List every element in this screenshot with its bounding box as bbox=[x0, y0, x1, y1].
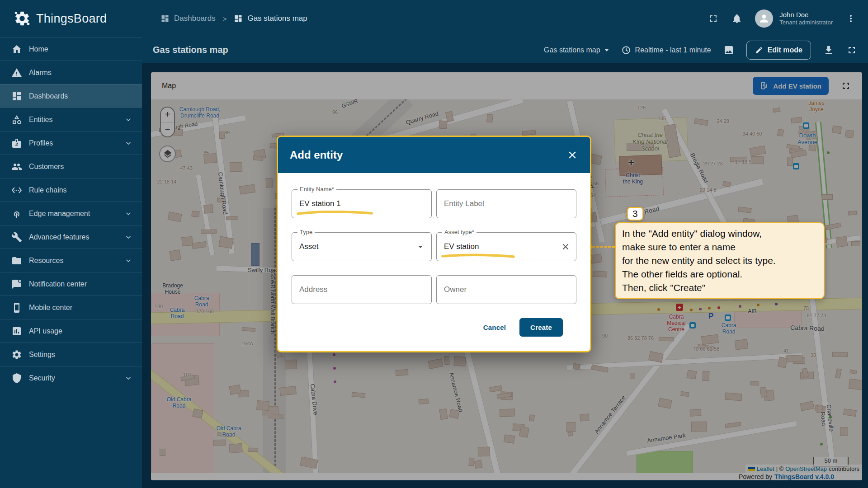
sidebar-item-label: Home bbox=[29, 45, 48, 53]
more-menu-icon[interactable] bbox=[845, 13, 856, 24]
app-name: ThingsBoard bbox=[36, 12, 107, 26]
create-button[interactable]: Create bbox=[519, 318, 563, 337]
customers-icon bbox=[11, 161, 22, 172]
sidebar-item-alarms[interactable]: Alarms bbox=[0, 61, 142, 84]
sidebar-item-profiles[interactable]: Profiles bbox=[0, 131, 142, 155]
timewindow-button[interactable]: Realtime - last 1 minute bbox=[621, 45, 711, 55]
sidebar-item-security[interactable]: Security bbox=[0, 366, 142, 389]
highlight-underline bbox=[440, 253, 517, 258]
notifications-bell-icon[interactable] bbox=[731, 13, 742, 24]
annotation-text-line: Then, click "Create" bbox=[622, 281, 817, 295]
asset-type-label: Asset type* bbox=[442, 229, 476, 235]
dashboards-icon bbox=[234, 14, 243, 23]
download-icon[interactable] bbox=[823, 45, 834, 56]
security-icon bbox=[11, 373, 22, 384]
type-label: Type bbox=[297, 229, 315, 235]
sidebar-item-mobile-center[interactable]: Mobile center bbox=[0, 296, 142, 319]
annotation-connector-line bbox=[592, 246, 615, 248]
clock-icon bbox=[621, 45, 631, 55]
edit-mode-button[interactable]: Edit mode bbox=[746, 41, 811, 60]
cancel-button[interactable]: Cancel bbox=[483, 324, 506, 331]
dialog-header: Add entity bbox=[278, 137, 590, 173]
mobile-icon bbox=[11, 302, 22, 313]
entity-name-value: EV station 1 bbox=[299, 199, 341, 208]
breadcrumb-item-0[interactable]: Dashboards bbox=[160, 14, 216, 23]
dashboards-icon bbox=[160, 14, 170, 23]
image-gallery-icon[interactable] bbox=[723, 45, 734, 56]
type-select-field[interactable]: Type Asset bbox=[292, 232, 432, 261]
pencil-icon bbox=[755, 46, 763, 54]
sidebar-item-label: Customers bbox=[29, 163, 64, 171]
fullscreen-icon[interactable] bbox=[708, 13, 719, 24]
annotation-text-line: In the "Add entity" dialog window, bbox=[622, 227, 817, 240]
resources-icon bbox=[11, 255, 22, 266]
sidebar-item-label: Advanced features bbox=[29, 233, 89, 241]
chevron-down-icon bbox=[124, 233, 133, 242]
rule-chains-icon bbox=[11, 185, 22, 196]
sidebar-item-api-usage[interactable]: API usage bbox=[0, 319, 142, 343]
chevron-down-icon bbox=[124, 139, 133, 148]
dashboard-state-select[interactable]: Gas stations map bbox=[544, 46, 609, 54]
sidebar-item-label: Settings bbox=[29, 351, 55, 359]
user-role: Tenant administrator bbox=[779, 19, 833, 27]
breadcrumb-label: Dashboards bbox=[174, 14, 216, 23]
address-placeholder: Address bbox=[299, 285, 327, 294]
user-info[interactable]: John Doe Tenant administrator bbox=[779, 10, 833, 27]
dashboard-title: Gas stations map bbox=[142, 45, 228, 55]
annotation-step-badge: 3 bbox=[627, 207, 643, 221]
toolbar-fullscreen-icon[interactable] bbox=[846, 45, 857, 56]
sidebar-item-resources[interactable]: Resources bbox=[0, 249, 142, 272]
sidebar-item-edge-management[interactable]: Edge management bbox=[0, 202, 142, 225]
asset-type-field[interactable]: Asset type* EV station bbox=[436, 232, 576, 261]
chevron-down-icon bbox=[124, 374, 133, 383]
dashboard-toolbar: Gas stations map Gas stations map Realti… bbox=[142, 37, 868, 63]
sidebar-item-label: Mobile center bbox=[29, 304, 72, 312]
highlight-underline bbox=[296, 210, 375, 216]
sidebar-item-customers[interactable]: Customers bbox=[0, 155, 142, 178]
home-icon bbox=[11, 44, 22, 55]
dialog-actions: Cancel Create bbox=[292, 318, 576, 337]
sidebar-nav: HomeAlarmsDashboardsEntitiesProfilesCust… bbox=[0, 37, 142, 389]
clear-icon[interactable] bbox=[561, 242, 571, 252]
dropdown-arrow-icon[interactable] bbox=[415, 241, 426, 252]
breadcrumb-item-1[interactable]: Gas stations map bbox=[234, 14, 307, 23]
owner-field[interactable]: Owner bbox=[436, 275, 576, 304]
thingsboard-app: ThingsBoard HomeAlarmsDashboardsEntities… bbox=[0, 0, 868, 488]
sidebar-item-entities[interactable]: Entities bbox=[0, 108, 142, 131]
asset-type-value: EV station bbox=[444, 242, 479, 251]
address-field[interactable]: Address bbox=[292, 275, 432, 304]
dialog-title: Add entity bbox=[290, 149, 343, 161]
alarms-icon bbox=[11, 67, 22, 78]
sidebar-item-advanced-features[interactable]: Advanced features bbox=[0, 225, 142, 249]
sidebar-item-dashboards[interactable]: Dashboards bbox=[0, 84, 142, 108]
sidebar-item-label: Edge management bbox=[29, 210, 90, 218]
sidebar-item-label: Profiles bbox=[29, 139, 53, 147]
sidebar-item-rule-chains[interactable]: Rule chains bbox=[0, 178, 142, 202]
logo[interactable]: ThingsBoard bbox=[0, 0, 142, 37]
timewindow-label: Realtime - last 1 minute bbox=[635, 46, 711, 54]
annotation-text-line: The other fields are optional. bbox=[622, 267, 817, 281]
breadcrumb-label: Gas stations map bbox=[247, 14, 307, 23]
owner-placeholder: Owner bbox=[444, 285, 467, 294]
chevron-down-icon bbox=[124, 256, 133, 265]
state-select-value: Gas stations map bbox=[544, 46, 600, 54]
header-right: John Doe Tenant administrator bbox=[708, 9, 868, 28]
sidebar-item-notification-center[interactable]: Notification center bbox=[0, 272, 142, 296]
annotation-text-line: make sure to enter a name bbox=[622, 240, 817, 254]
advanced-icon bbox=[11, 232, 22, 243]
close-icon[interactable] bbox=[566, 149, 578, 161]
sidebar-item-label: Rule chains bbox=[29, 186, 67, 194]
chevron-down-icon bbox=[124, 209, 133, 218]
thingsboard-logo-icon bbox=[14, 10, 31, 27]
sidebar-item-settings[interactable]: Settings bbox=[0, 343, 142, 366]
avatar[interactable] bbox=[755, 9, 773, 28]
entity-name-field[interactable]: Entity Name* EV station 1 bbox=[292, 189, 432, 218]
dialog-body: Entity Name* EV station 1 Entity Label T… bbox=[278, 173, 590, 337]
settings-icon bbox=[11, 349, 22, 360]
sidebar: ThingsBoard HomeAlarmsDashboardsEntities… bbox=[0, 0, 142, 488]
sidebar-item-label: Security bbox=[29, 374, 55, 382]
entity-label-field[interactable]: Entity Label bbox=[436, 189, 576, 218]
top-header: Dashboards>Gas stations map John Doe Ten… bbox=[142, 0, 868, 37]
breadcrumb-separator: > bbox=[223, 15, 227, 23]
sidebar-item-home[interactable]: Home bbox=[0, 37, 142, 61]
